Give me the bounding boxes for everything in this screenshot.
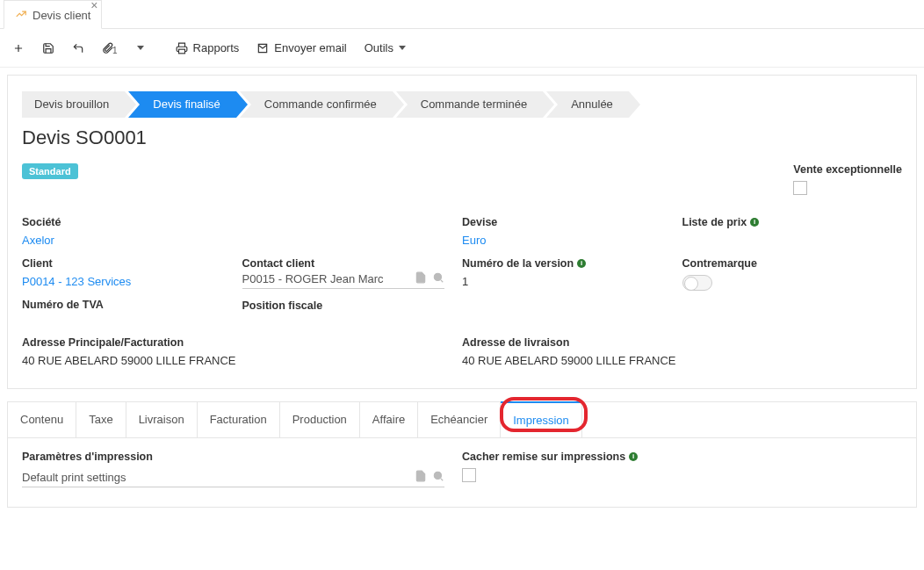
exceptional-sale-checkbox[interactable] <box>793 181 807 195</box>
chart-line-icon <box>15 8 27 23</box>
info-icon[interactable]: i <box>750 218 759 227</box>
step-confirmed[interactable]: Commande confirmée <box>240 91 393 118</box>
step-completed[interactable]: Commande terminée <box>396 91 543 118</box>
send-email-label: Envoyer email <box>274 41 346 54</box>
file-icon[interactable] <box>415 470 427 482</box>
svg-rect-0 <box>178 49 184 54</box>
info-icon[interactable]: i <box>577 259 586 268</box>
step-label: Commande confirmée <box>264 97 377 111</box>
version-value: 1 <box>462 275 665 288</box>
tab-livraison[interactable]: Livraison <box>126 402 198 437</box>
workflow-steps: Devis brouillon Devis finalisé Commande … <box>22 91 902 118</box>
print-settings-label: Paramètres d'impression <box>22 451 444 463</box>
contact-input[interactable]: P0015 - ROGER Jean Marc <box>242 270 444 289</box>
attachments-count: 1 <box>112 46 118 55</box>
reports-label: Rapports <box>193 41 240 54</box>
tab-contenu[interactable]: Contenu <box>8 402 76 437</box>
vat-label: Numéro de TVA <box>22 299 225 311</box>
contact-value: P0015 - ROGER Jean Marc <box>242 272 384 285</box>
tab-facturation[interactable]: Facturation <box>198 402 280 437</box>
reports-button[interactable]: Rapports <box>170 38 245 58</box>
svg-point-1 <box>434 273 441 280</box>
tab-affaire[interactable]: Affaire <box>360 402 418 437</box>
svg-line-2 <box>440 280 442 282</box>
detail-tabs-card: Contenu Taxe Livraison Facturation Produ… <box>7 401 917 508</box>
exceptional-sale-label: Vente exceptionnelle <box>793 163 902 176</box>
main-address-label: Adresse Principale/Facturation <box>22 336 444 349</box>
step-label: Annulée <box>571 97 613 111</box>
info-icon[interactable]: i <box>629 452 638 461</box>
step-finalized[interactable]: Devis finalisé <box>128 91 236 118</box>
company-label: Société <box>22 216 225 228</box>
send-email-button[interactable]: Envoyer email <box>251 38 351 58</box>
search-icon[interactable] <box>432 271 444 284</box>
close-icon[interactable]: × <box>90 0 97 11</box>
detail-tab-strip: Contenu Taxe Livraison Facturation Produ… <box>8 402 916 438</box>
tab-taxe[interactable]: Taxe <box>76 402 126 437</box>
tab-impression[interactable]: Impression <box>501 401 582 437</box>
svg-line-4 <box>441 479 443 480</box>
contact-label: Contact client <box>242 257 445 270</box>
standard-badge: Standard <box>22 163 78 179</box>
save-button[interactable] <box>37 39 60 58</box>
main-address-value: 40 RUE ABELARD 59000 LILLE FRANCE <box>22 354 444 367</box>
app-tab-bar: Devis client × <box>0 0 924 29</box>
version-label: Numéro de la version i <box>462 257 665 270</box>
currency-label: Devise <box>462 216 665 228</box>
step-label: Devis finalisé <box>153 97 220 111</box>
client-link[interactable]: P0014 - 123 Services <box>22 275 131 288</box>
price-list-label: Liste de prix i <box>682 216 885 228</box>
app-tab-label: Devis client <box>32 9 90 22</box>
svg-point-3 <box>434 472 441 479</box>
step-label: Commande terminée <box>421 97 527 111</box>
new-button[interactable] <box>7 39 30 58</box>
search-icon[interactable] <box>432 470 444 482</box>
print-settings-input[interactable]: Default print settings <box>22 468 444 487</box>
chevron-down-icon <box>399 46 406 50</box>
step-draft[interactable]: Devis brouillon <box>22 91 125 118</box>
countermark-label: Contremarque <box>682 257 885 270</box>
back-button[interactable] <box>67 39 90 58</box>
delivery-address-value: 40 RUE ABELARD 59000 LILLE FRANCE <box>462 354 884 367</box>
tools-label: Outils <box>365 41 393 54</box>
delivery-address-label: Adresse de livraison <box>462 336 884 349</box>
tab-echeancier[interactable]: Echéancier <box>418 402 501 437</box>
record-title: Devis SO0001 <box>22 126 902 149</box>
file-icon[interactable] <box>415 271 427 284</box>
client-label: Client <box>22 257 225 270</box>
fiscal-position-label: Position fiscale <box>242 299 445 312</box>
toolbar: 1 Rapports Envoyer email Outils <box>0 29 924 68</box>
step-label: Devis brouillon <box>34 97 109 111</box>
company-link[interactable]: Axelor <box>22 234 54 247</box>
countermark-toggle[interactable] <box>682 275 712 291</box>
record-card: Devis brouillon Devis finalisé Commande … <box>7 75 917 389</box>
print-settings-value: Default print settings <box>22 471 126 484</box>
chevron-down-icon <box>137 46 144 50</box>
hide-discount-label: Cacher remise sur impressions i <box>462 451 884 463</box>
app-tab-devis-client[interactable]: Devis client × <box>4 0 102 29</box>
tools-menu[interactable]: Outils <box>359 38 411 58</box>
tab-production[interactable]: Production <box>280 402 360 437</box>
more-menu[interactable] <box>132 42 149 54</box>
hide-discount-checkbox[interactable] <box>462 468 476 482</box>
attachments-button[interactable]: 1 <box>97 39 125 58</box>
step-cancelled[interactable]: Annulée <box>546 91 629 118</box>
currency-link[interactable]: Euro <box>462 234 486 247</box>
